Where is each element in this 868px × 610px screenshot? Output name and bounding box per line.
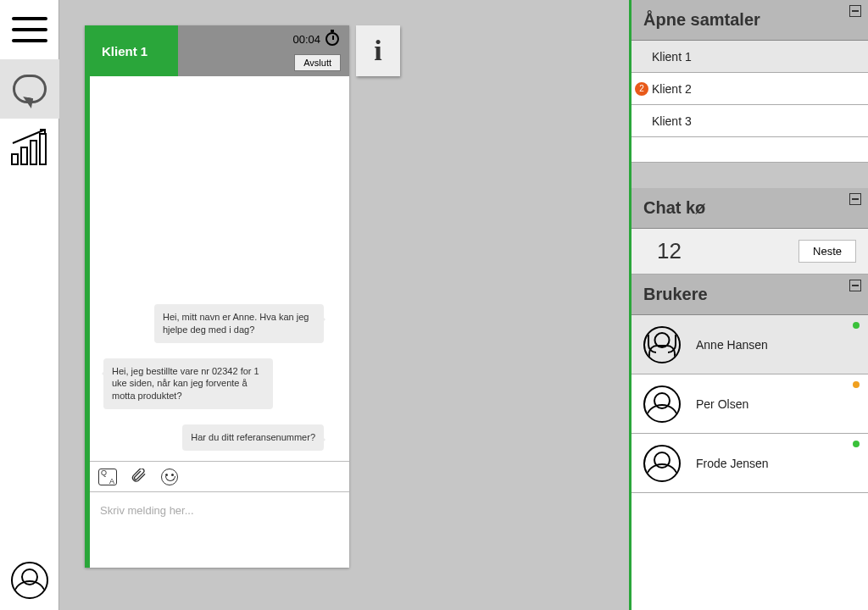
menu-button[interactable] [0,0,59,59]
queue-next-button[interactable]: Neste [798,240,856,263]
user-avatar-icon [643,445,681,482]
status-indicator [853,322,860,329]
message-client: Hei, jeg bestillte vare nr 02342 for 1 u… [103,358,273,410]
queue-count: 12 [657,238,682,264]
nav-stats[interactable] [0,119,59,178]
message-input[interactable] [90,492,349,568]
status-indicator [853,381,860,388]
user-name: Per Olsen [696,397,748,411]
open-conversations-list: Klient 12Klient 2Klient 3 [632,41,868,137]
compose-toolbar [90,461,349,491]
stopwatch-icon [326,32,339,46]
user-avatar-icon [643,385,681,423]
nav-profile[interactable] [0,551,59,610]
chat-header: Klient 1 00:04 Avslutt [90,25,349,76]
queue-header: Chat kø [632,188,868,229]
chat-timer: 00:04 [292,33,320,46]
user-name: Frode Jensen [696,457,769,470]
user-item[interactable]: Anne Hansen [632,315,868,374]
queue-body: 12 Neste [632,229,868,274]
translate-button[interactable] [98,469,117,485]
emoji-button[interactable] [161,469,178,485]
status-indicator [853,441,860,447]
chat-window: Klient 1 00:04 Avslutt Hei, mitt navn er… [85,25,349,568]
info-button[interactable]: i [356,25,400,76]
open-conversations-title: Åpne samtaler [643,10,760,30]
nav-chat[interactable] [0,59,59,119]
unread-badge: 2 [635,82,648,96]
message-agent: Har du ditt referansenummer? [182,424,324,451]
conversation-label: Klient 1 [652,50,692,64]
hamburger-icon [12,17,47,42]
collapse-open-conversations[interactable] [849,5,861,17]
chat-meta: 00:04 Avslutt [178,25,349,76]
stats-icon [11,131,48,165]
user-item[interactable]: Per Olsen [632,374,868,434]
smile-icon [161,469,178,485]
conversation-item[interactable]: 2Klient 2 [632,73,868,105]
conversation-label: Klient 2 [652,82,692,96]
translate-icon [98,469,117,485]
chat-body: Hei, mitt navn er Anne. Hva kan jeg hjel… [90,76,349,461]
user-name: Anne Hansen [696,338,768,352]
user-item[interactable]: Frode Jensen [632,434,868,493]
user-avatar-icon [643,326,681,363]
open-conversations-header: Åpne samtaler [632,0,868,41]
avatar-icon [11,562,48,599]
queue-title: Chat kø [643,198,705,218]
workspace: Klient 1 00:04 Avslutt Hei, mitt navn er… [59,0,629,610]
collapse-users[interactable] [849,280,861,291]
conversation-item[interactable]: Klient 3 [632,105,868,137]
left-sidebar [0,0,59,610]
end-chat-button[interactable]: Avslutt [294,54,341,71]
chat-client-tab[interactable]: Klient 1 [90,25,178,76]
users-list: Anne HansenPer OlsenFrode Jensen [632,315,868,493]
paperclip-icon [131,469,147,485]
users-title: Brukere [643,285,708,304]
chat-icon [13,75,47,103]
message-agent: Hei, mitt navn er Anne. Hva kan jeg hjel… [154,304,324,343]
conversation-item[interactable]: Klient 1 [632,41,868,73]
users-header: Brukere [632,274,868,315]
right-panel: Åpne samtaler Klient 12Klient 2Klient 3 … [629,0,868,610]
conversation-label: Klient 3 [652,114,692,128]
attach-button[interactable] [131,469,147,485]
collapse-queue[interactable] [849,193,861,205]
